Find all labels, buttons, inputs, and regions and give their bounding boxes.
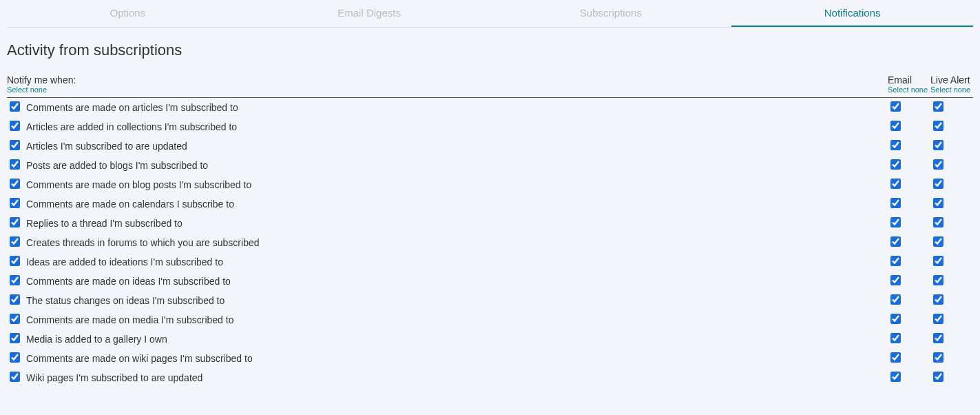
row-live-alert-checkbox[interactable] [933, 140, 943, 150]
email-header-label: Email [888, 74, 912, 85]
row-email-checkbox[interactable] [890, 179, 901, 189]
live-alert-select-none[interactable]: Select none [930, 85, 973, 94]
table-row: Comments are made on media I'm subscribe… [7, 310, 973, 330]
row-enable-checkbox[interactable] [10, 159, 20, 170]
row-label: Comments are made on blog posts I'm subs… [23, 175, 888, 194]
row-live-alert-checkbox[interactable] [933, 121, 943, 131]
row-live-alert-checkbox[interactable] [933, 352, 943, 363]
row-enable-checkbox[interactable] [10, 121, 20, 131]
row-live-alert-checkbox[interactable] [933, 275, 943, 285]
row-label: Creates threads in forums to which you a… [23, 233, 888, 252]
row-email-checkbox[interactable] [890, 352, 901, 363]
row-email-checkbox[interactable] [890, 121, 901, 131]
row-email-checkbox[interactable] [890, 198, 901, 208]
notifications-table: Notify me when: Select none Email Select… [7, 74, 973, 387]
table-row: Wiki pages I'm subscribed to are updated [7, 368, 973, 387]
row-email-checkbox[interactable] [890, 314, 901, 324]
row-label: Wiki pages I'm subscribed to are updated [23, 368, 888, 387]
row-enable-checkbox[interactable] [10, 256, 20, 266]
row-live-alert-checkbox[interactable] [933, 236, 943, 247]
row-label: Replies to a thread I'm subscribed to [23, 214, 888, 233]
row-enable-checkbox[interactable] [10, 217, 20, 227]
row-label: Articles I'm subscribed to are updated [23, 136, 888, 156]
tab-options[interactable]: Options [7, 0, 249, 27]
row-email-checkbox[interactable] [890, 275, 901, 285]
table-row: Replies to a thread I'm subscribed to [7, 214, 973, 233]
row-enable-checkbox[interactable] [10, 352, 20, 363]
table-row: Comments are made on articles I'm subscr… [7, 98, 973, 118]
row-email-checkbox[interactable] [890, 256, 901, 266]
notify-header-label: Notify me when: [7, 74, 76, 85]
row-email-checkbox[interactable] [890, 217, 901, 227]
row-label: Comments are made on articles I'm subscr… [23, 98, 888, 118]
row-label: Posts are added to blogs I'm subscribed … [23, 156, 888, 175]
row-live-alert-checkbox[interactable] [933, 294, 943, 305]
notify-select-none[interactable]: Select none [7, 85, 888, 94]
row-email-checkbox[interactable] [890, 159, 901, 170]
live-alert-header-label: Live Alert [930, 74, 970, 85]
row-label: Comments are made on media I'm subscribe… [23, 310, 888, 330]
row-label: Media is added to a gallery I own [23, 330, 888, 349]
row-enable-checkbox[interactable] [10, 179, 20, 189]
table-row: Articles I'm subscribed to are updated [7, 136, 973, 156]
row-email-checkbox[interactable] [890, 333, 901, 343]
email-select-none[interactable]: Select none [888, 85, 930, 94]
row-label: Comments are made on calendars I subscri… [23, 194, 888, 214]
table-row: Media is added to a gallery I own [7, 330, 973, 349]
row-email-checkbox[interactable] [890, 236, 901, 247]
row-live-alert-checkbox[interactable] [933, 372, 943, 382]
row-enable-checkbox[interactable] [10, 275, 20, 285]
row-enable-checkbox[interactable] [10, 101, 20, 112]
row-live-alert-checkbox[interactable] [933, 314, 943, 324]
table-row: Comments are made on calendars I subscri… [7, 194, 973, 214]
tab-notifications[interactable]: Notifications [731, 0, 973, 27]
row-enable-checkbox[interactable] [10, 140, 20, 150]
table-row: Articles are added in collections I'm su… [7, 117, 973, 136]
row-enable-checkbox[interactable] [10, 314, 20, 324]
table-row: Creates threads in forums to which you a… [7, 233, 973, 252]
row-label: Comments are made on wiki pages I'm subs… [23, 349, 888, 368]
row-label: Comments are made on ideas I'm subscribe… [23, 272, 888, 291]
table-row: The status changes on ideas I'm subscrib… [7, 291, 973, 310]
tab-bar: Options Email Digests Subscriptions Noti… [7, 0, 973, 28]
row-enable-checkbox[interactable] [10, 333, 20, 343]
row-email-checkbox[interactable] [890, 294, 901, 305]
row-enable-checkbox[interactable] [10, 236, 20, 247]
row-live-alert-checkbox[interactable] [933, 179, 943, 189]
row-email-checkbox[interactable] [890, 101, 901, 112]
row-live-alert-checkbox[interactable] [933, 256, 943, 266]
row-label: Ideas are added to ideations I'm subscri… [23, 252, 888, 272]
row-live-alert-checkbox[interactable] [933, 101, 943, 112]
table-row: Posts are added to blogs I'm subscribed … [7, 156, 973, 175]
row-label: Articles are added in collections I'm su… [23, 117, 888, 136]
row-live-alert-checkbox[interactable] [933, 198, 943, 208]
tab-email-digests[interactable]: Email Digests [249, 0, 490, 27]
row-enable-checkbox[interactable] [10, 294, 20, 305]
row-enable-checkbox[interactable] [10, 372, 20, 382]
table-row: Comments are made on wiki pages I'm subs… [7, 349, 973, 368]
section-title: Activity from subscriptions [7, 41, 973, 59]
table-row: Comments are made on blog posts I'm subs… [7, 175, 973, 194]
row-label: The status changes on ideas I'm subscrib… [23, 291, 888, 310]
row-email-checkbox[interactable] [890, 140, 901, 150]
row-live-alert-checkbox[interactable] [933, 217, 943, 227]
row-email-checkbox[interactable] [890, 372, 901, 382]
table-row: Comments are made on ideas I'm subscribe… [7, 272, 973, 291]
row-live-alert-checkbox[interactable] [933, 333, 943, 343]
tab-subscriptions[interactable]: Subscriptions [490, 0, 732, 27]
row-enable-checkbox[interactable] [10, 198, 20, 208]
content-area: Activity from subscriptions Notify me wh… [0, 28, 980, 394]
row-live-alert-checkbox[interactable] [933, 159, 943, 170]
table-row: Ideas are added to ideations I'm subscri… [7, 252, 973, 272]
